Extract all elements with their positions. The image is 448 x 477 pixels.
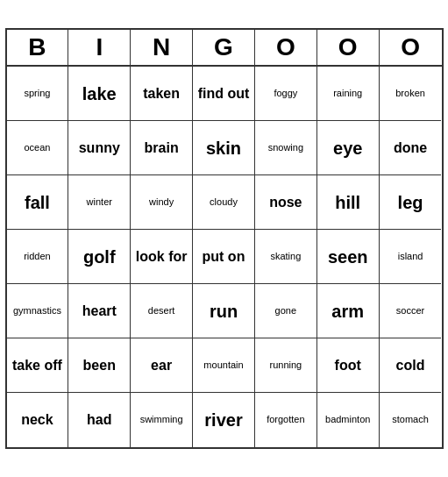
bingo-cell: mountain <box>193 338 255 393</box>
bingo-cell: taken <box>131 67 193 121</box>
header-cell: O <box>317 30 380 65</box>
bingo-cell: cold <box>380 338 442 393</box>
cell-text: island <box>398 251 423 262</box>
bingo-cell: been <box>68 338 131 393</box>
bingo-cell: cloudy <box>193 175 255 230</box>
bingo-cell: ocean <box>7 121 69 175</box>
bingo-cell: foggy <box>255 67 317 121</box>
cell-text: mountain <box>203 360 243 371</box>
bingo-card: BINGOOO springlaketakenfind outfoggyrain… <box>5 28 444 449</box>
cell-text: foot <box>335 357 361 374</box>
cell-text: golf <box>83 246 116 267</box>
cell-text: seen <box>328 246 368 267</box>
cell-text: river <box>204 409 242 431</box>
bingo-cell: winter <box>68 175 131 230</box>
bingo-cell: skin <box>193 121 255 175</box>
cell-text: neck <box>21 411 53 428</box>
cell-text: ridden <box>24 251 51 262</box>
bingo-grid: springlaketakenfind outfoggyrainingbroke… <box>7 67 442 447</box>
cell-text: ocean <box>24 142 50 153</box>
cell-text: skin <box>206 138 241 159</box>
cell-text: raining <box>333 88 362 99</box>
cell-text: arm <box>331 301 364 322</box>
cell-text: heart <box>82 303 117 319</box>
cell-text: spring <box>24 88 50 99</box>
cell-text: had <box>87 411 111 428</box>
header-cell: O <box>380 30 442 65</box>
bingo-cell: forgotten <box>255 393 317 447</box>
cell-text: fall <box>25 192 50 213</box>
cell-text: lake <box>82 83 117 104</box>
cell-text: broken <box>395 88 425 99</box>
cell-text: badminton <box>325 414 370 425</box>
header-cell: B <box>7 30 69 65</box>
cell-text: gone <box>275 305 296 317</box>
bingo-cell: ear <box>131 338 193 393</box>
cell-text: leg <box>398 192 423 213</box>
cell-text: winter <box>87 196 112 208</box>
cell-text: ear <box>151 357 172 374</box>
cell-text: eye <box>333 138 362 159</box>
cell-text: desert <box>148 305 175 317</box>
cell-text: skating <box>270 251 301 262</box>
cell-text: soccer <box>396 305 424 317</box>
bingo-cell: running <box>255 338 317 393</box>
bingo-cell: desert <box>131 284 193 338</box>
bingo-cell: look for <box>131 230 193 284</box>
bingo-cell: swimming <box>131 393 193 447</box>
cell-text: gymnastics <box>13 305 61 317</box>
bingo-cell: arm <box>317 284 380 338</box>
cell-text: swimming <box>140 414 183 425</box>
cell-text: taken <box>143 85 180 102</box>
bingo-cell: run <box>193 284 255 338</box>
bingo-cell: eye <box>317 121 380 175</box>
bingo-cell: sunny <box>68 121 131 175</box>
cell-text: windy <box>149 196 174 208</box>
bingo-cell: skating <box>255 230 317 284</box>
bingo-cell: windy <box>131 175 193 230</box>
cell-text: look for <box>136 248 188 265</box>
header-cell: I <box>68 30 131 65</box>
bingo-cell: soccer <box>380 284 442 338</box>
cell-text: running <box>270 360 302 371</box>
bingo-cell: neck <box>7 393 69 447</box>
cell-text: foggy <box>274 88 297 99</box>
bingo-cell: spring <box>7 67 69 121</box>
bingo-cell: leg <box>380 175 442 230</box>
bingo-cell: hill <box>317 175 380 230</box>
bingo-cell: seen <box>317 230 380 284</box>
cell-text: find out <box>198 85 250 102</box>
cell-text: been <box>83 357 116 374</box>
bingo-cell: foot <box>317 338 380 393</box>
bingo-cell: had <box>68 393 131 447</box>
bingo-cell: brain <box>131 121 193 175</box>
bingo-cell: raining <box>317 67 380 121</box>
bingo-cell: take off <box>7 338 69 393</box>
cell-text: put on <box>203 248 245 265</box>
bingo-cell: fall <box>7 175 69 230</box>
header-cell: G <box>193 30 255 65</box>
cell-text: hill <box>335 192 360 213</box>
bingo-cell: snowing <box>255 121 317 175</box>
bingo-cell: put on <box>193 230 255 284</box>
cell-text: cold <box>396 357 425 374</box>
bingo-cell: gymnastics <box>7 284 69 338</box>
cell-text: sunny <box>79 139 120 156</box>
bingo-cell: golf <box>68 230 131 284</box>
cell-text: cloudy <box>210 196 238 208</box>
cell-text: nose <box>269 194 302 210</box>
header-cell: N <box>131 30 193 65</box>
bingo-header: BINGOOO <box>7 30 442 67</box>
bingo-cell: river <box>193 393 255 447</box>
cell-text: take off <box>12 357 62 374</box>
cell-text: done <box>394 139 427 156</box>
cell-text: forgotten <box>267 414 304 425</box>
cell-text: brain <box>145 139 179 156</box>
header-cell: O <box>255 30 317 65</box>
bingo-cell: done <box>380 121 442 175</box>
bingo-cell: badminton <box>317 393 380 447</box>
bingo-cell: heart <box>68 284 131 338</box>
bingo-cell: stomach <box>380 393 442 447</box>
bingo-cell: nose <box>255 175 317 230</box>
bingo-cell: gone <box>255 284 317 338</box>
